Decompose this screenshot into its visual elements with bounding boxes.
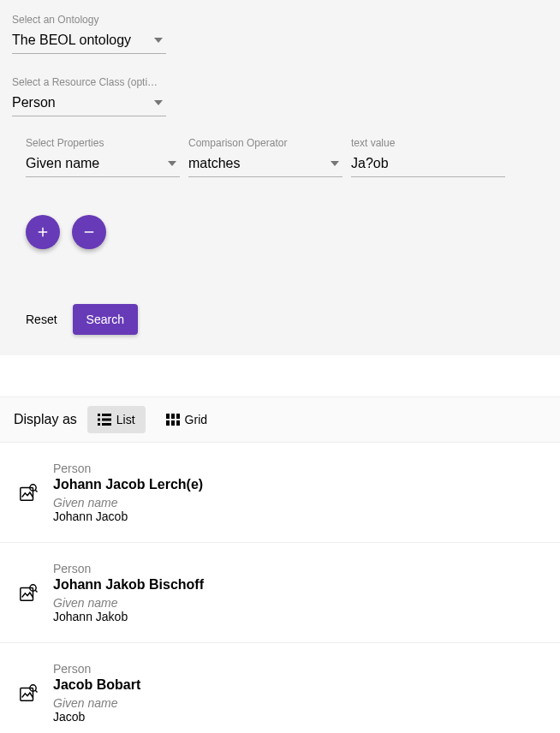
svg-rect-10 xyxy=(171,420,175,426)
svg-rect-11 xyxy=(176,420,180,426)
search-panel: Select an Ontology The BEOL ontology Sel… xyxy=(0,0,560,355)
result-title: Jacob Bobart xyxy=(53,677,545,693)
ontology-select[interactable]: Select an Ontology The BEOL ontology xyxy=(12,14,166,54)
view-list-label: List xyxy=(116,413,135,426)
svg-line-20 xyxy=(35,690,37,692)
svg-line-17 xyxy=(35,590,37,592)
result-prop-value: Johann Jacob xyxy=(53,510,545,523)
result-item[interactable]: Person Johann Jacob Lerch(e) Given name … xyxy=(0,443,560,543)
ontology-value: The BEOL ontology xyxy=(12,33,147,48)
operator-value: matches xyxy=(188,156,324,171)
result-prop-label: Given name xyxy=(53,696,545,710)
result-body: Person Johann Jacob Lerch(e) Given name … xyxy=(53,462,545,523)
result-type: Person xyxy=(53,562,545,575)
chevron-down-icon xyxy=(168,161,176,166)
remove-property-button[interactable] xyxy=(72,215,106,249)
result-title: Johann Jakob Bischoff xyxy=(53,577,545,593)
result-item[interactable]: Person Jacob Bobart Given name Jacob xyxy=(0,643,560,733)
image-search-icon xyxy=(19,683,38,702)
resource-class-select[interactable]: Select a Resource Class (optio… Person xyxy=(12,76,166,116)
result-prop-label: Given name xyxy=(53,496,545,510)
svg-rect-7 xyxy=(171,414,175,419)
image-search-icon xyxy=(19,583,38,602)
svg-rect-9 xyxy=(166,420,170,426)
property-label: Select Properties xyxy=(26,137,180,149)
chevron-down-icon xyxy=(154,100,163,105)
ontology-label: Select an Ontology xyxy=(12,14,166,26)
results-list: Person Johann Jacob Lerch(e) Given name … xyxy=(0,443,560,733)
reset-button[interactable]: Reset xyxy=(26,313,57,326)
svg-rect-5 xyxy=(102,423,111,426)
result-prop-value: Johann Jakob xyxy=(53,610,545,623)
svg-line-14 xyxy=(35,490,37,492)
search-button[interactable]: Search xyxy=(73,304,138,335)
svg-rect-2 xyxy=(98,419,100,421)
text-value-field[interactable]: text value xyxy=(351,137,505,177)
operator-label: Comparison Operator xyxy=(188,137,343,149)
svg-rect-4 xyxy=(98,423,100,426)
result-item[interactable]: Person Johann Jakob Bischoff Given name … xyxy=(0,543,560,643)
list-icon xyxy=(98,414,111,426)
svg-rect-0 xyxy=(98,414,100,416)
class-label: Select a Resource Class (optio… xyxy=(12,76,162,88)
result-prop-label: Given name xyxy=(53,596,545,610)
action-row: Reset Search xyxy=(26,304,548,335)
image-search-icon xyxy=(19,483,38,502)
result-prop-value: Jacob xyxy=(53,710,545,724)
add-property-button[interactable] xyxy=(26,215,60,249)
chevron-down-icon xyxy=(331,161,339,166)
text-value-input[interactable] xyxy=(351,152,505,177)
result-type: Person xyxy=(53,462,545,475)
view-list-toggle[interactable]: List xyxy=(87,406,146,433)
operator-select[interactable]: Comparison Operator matches xyxy=(188,137,343,177)
display-bar: Display as List Grid xyxy=(0,396,560,443)
result-body: Person Johann Jakob Bischoff Given name … xyxy=(53,562,545,623)
svg-rect-1 xyxy=(102,414,111,416)
fab-row xyxy=(26,215,548,249)
property-row: Select Properties Given name Comparison … xyxy=(26,137,548,191)
grid-icon xyxy=(166,414,180,426)
property-select[interactable]: Select Properties Given name xyxy=(26,137,180,177)
view-grid-label: Grid xyxy=(185,413,207,426)
result-type: Person xyxy=(53,662,545,676)
text-value-label: text value xyxy=(351,137,505,149)
result-body: Person Jacob Bobart Given name Jacob xyxy=(53,662,545,724)
view-grid-toggle[interactable]: Grid xyxy=(156,406,217,433)
svg-rect-6 xyxy=(166,414,170,419)
property-value: Given name xyxy=(26,156,161,171)
result-title: Johann Jacob Lerch(e) xyxy=(53,477,545,492)
display-as-label: Display as xyxy=(14,412,77,427)
class-value: Person xyxy=(12,95,147,110)
svg-rect-8 xyxy=(176,414,180,419)
svg-rect-3 xyxy=(102,419,111,421)
chevron-down-icon xyxy=(154,38,163,43)
